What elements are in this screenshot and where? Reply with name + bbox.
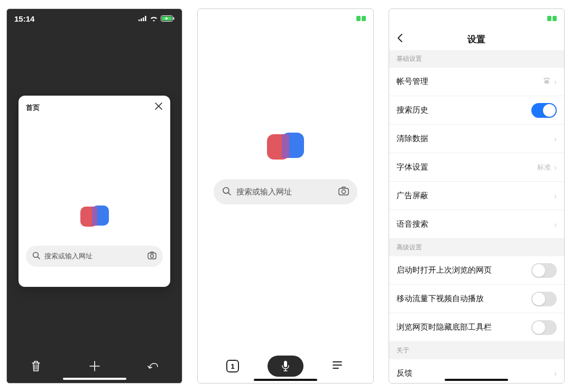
search-placeholder: 搜索或输入网址 bbox=[44, 251, 93, 261]
svg-rect-2 bbox=[143, 17, 144, 21]
battery-charging-icon bbox=[161, 15, 174, 22]
row-account[interactable]: 帐号管理 › bbox=[389, 68, 564, 96]
row-label: 启动时打开上次浏览的网页 bbox=[397, 265, 492, 275]
toggle-search-history[interactable] bbox=[531, 103, 557, 118]
search-bar-preview: 搜索或输入网址 bbox=[26, 246, 163, 267]
svg-line-11 bbox=[38, 257, 40, 259]
section-header-advanced: 高级设置 bbox=[389, 239, 564, 256]
svg-rect-21 bbox=[339, 189, 348, 195]
row-label: 字体设置 bbox=[397, 162, 428, 172]
delete-tabs-button[interactable] bbox=[23, 360, 49, 372]
home-indicator[interactable] bbox=[63, 378, 126, 380]
toggle-restore-tabs[interactable] bbox=[531, 263, 557, 278]
svg-rect-28 bbox=[552, 16, 557, 21]
row-restore-tabs[interactable]: 启动时打开上次浏览的网页 bbox=[389, 256, 564, 285]
row-font-settings[interactable]: 字体设置 标准 › bbox=[389, 153, 564, 182]
toggle-hide-toolbar[interactable] bbox=[531, 320, 557, 335]
row-hide-toolbar[interactable]: 浏览网页时隐藏底部工具栏 bbox=[389, 313, 564, 342]
row-search-history[interactable]: 搜索历史 bbox=[389, 96, 564, 125]
tabs-button[interactable]: 1 bbox=[226, 360, 239, 372]
page-title: 设置 bbox=[467, 33, 485, 45]
voice-search-button[interactable] bbox=[268, 356, 303, 377]
screen-tabs-overview: 15:14 首页 bbox=[6, 8, 182, 384]
home-bottom-bar: 1 bbox=[198, 349, 373, 383]
row-clear-data[interactable]: 清除数据 › bbox=[389, 125, 564, 153]
signal-icon bbox=[139, 16, 147, 21]
close-tab-button[interactable] bbox=[154, 102, 163, 113]
search-icon bbox=[32, 251, 40, 261]
row-label: 搜索历史 bbox=[397, 105, 428, 115]
chevron-right-icon: › bbox=[554, 135, 557, 143]
row-ad-block[interactable]: 广告屏蔽 › bbox=[389, 182, 564, 210]
svg-point-29 bbox=[544, 78, 546, 80]
svg-rect-23 bbox=[284, 361, 287, 367]
svg-point-30 bbox=[546, 77, 548, 79]
svg-rect-6 bbox=[173, 17, 174, 20]
svg-rect-1 bbox=[141, 18, 142, 21]
status-time: 15:14 bbox=[14, 14, 34, 23]
svg-rect-9 bbox=[92, 207, 97, 226]
new-tab-button[interactable] bbox=[82, 360, 107, 372]
row-autoplay-cellular[interactable]: 移动流量下视频自动播放 bbox=[389, 285, 564, 313]
section-header-basic: 基础设置 bbox=[389, 50, 564, 68]
svg-rect-15 bbox=[362, 16, 366, 21]
chevron-right-icon: › bbox=[554, 78, 557, 86]
svg-point-31 bbox=[548, 78, 550, 80]
screen-home: 搜索或输入网址 1 bbox=[197, 8, 373, 384]
menu-button[interactable] bbox=[332, 361, 345, 371]
svg-rect-0 bbox=[139, 20, 140, 21]
chevron-right-icon: › bbox=[554, 220, 557, 229]
section-header-about: 关于 bbox=[389, 342, 564, 359]
svg-point-13 bbox=[151, 255, 154, 258]
tab-preview-card[interactable]: 首页 搜索或输入网址 bbox=[19, 96, 170, 287]
battery-charging-icon bbox=[547, 16, 557, 21]
app-logo bbox=[198, 133, 373, 161]
camera-icon bbox=[148, 251, 156, 261]
nav-bar: 设置 bbox=[389, 28, 564, 50]
svg-rect-27 bbox=[547, 16, 551, 21]
chevron-right-icon: › bbox=[554, 192, 557, 200]
status-bar bbox=[389, 9, 564, 28]
search-bar[interactable]: 搜索或输入网址 bbox=[214, 179, 357, 204]
search-icon bbox=[222, 186, 231, 197]
svg-point-22 bbox=[342, 190, 345, 193]
search-placeholder: 搜索或输入网址 bbox=[236, 187, 292, 197]
svg-point-32 bbox=[545, 80, 549, 84]
battery-charging-icon bbox=[356, 16, 366, 21]
tab-count-label: 1 bbox=[231, 362, 235, 370]
row-voice-search[interactable]: 语音搜索 › bbox=[389, 210, 564, 239]
chevron-right-icon: › bbox=[554, 163, 557, 172]
row-label: 帐号管理 bbox=[397, 77, 428, 87]
app-logo bbox=[80, 206, 109, 230]
row-label: 清除数据 bbox=[397, 134, 428, 144]
svg-rect-14 bbox=[356, 16, 361, 21]
home-indicator[interactable] bbox=[254, 379, 317, 381]
toggle-autoplay-cellular[interactable] bbox=[531, 292, 557, 306]
row-label: 广告屏蔽 bbox=[397, 191, 428, 201]
status-bar bbox=[198, 9, 373, 28]
wifi-icon bbox=[150, 16, 158, 22]
back-button[interactable] bbox=[397, 33, 403, 45]
camera-search-button[interactable] bbox=[338, 186, 349, 197]
row-label: 浏览网页时隐藏底部工具栏 bbox=[397, 322, 492, 332]
svg-line-20 bbox=[228, 193, 231, 195]
svg-rect-12 bbox=[148, 253, 156, 259]
tab-title: 首页 bbox=[26, 103, 40, 113]
home-indicator[interactable] bbox=[445, 379, 508, 381]
status-bar: 15:14 bbox=[7, 9, 182, 28]
svg-rect-18 bbox=[282, 134, 289, 158]
row-label: 移动流量下视频自动播放 bbox=[397, 294, 484, 304]
chevron-right-icon: › bbox=[554, 369, 557, 378]
screen-settings: 设置 基础设置 帐号管理 › 搜索历史 清除数据 › 字体设置 标准 › 广告屏… bbox=[389, 8, 565, 384]
undo-button[interactable] bbox=[140, 361, 165, 371]
svg-rect-3 bbox=[145, 16, 146, 21]
row-value: 标准 bbox=[537, 163, 551, 172]
row-label: 反馈 bbox=[397, 368, 412, 378]
paw-icon bbox=[542, 77, 551, 86]
row-label: 语音搜索 bbox=[397, 219, 428, 229]
